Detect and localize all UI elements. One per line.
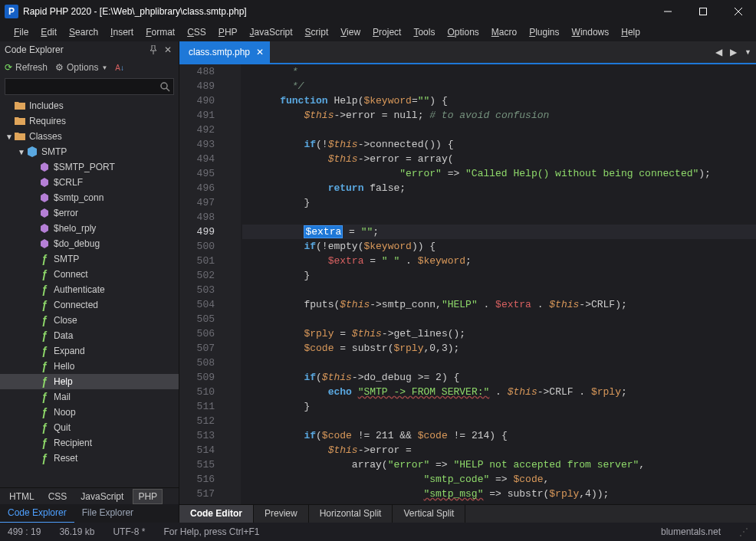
code-line[interactable]: $rply = $this->get_lines();: [242, 326, 756, 341]
code-line[interactable]: $this->error = null; # to avoid confusio…: [242, 108, 756, 123]
tree-row[interactable]: ƒConnected: [0, 297, 179, 313]
code-line[interactable]: */: [242, 79, 756, 93]
tree-row[interactable]: ƒHello: [0, 359, 179, 374]
code-line[interactable]: }: [242, 195, 756, 210]
resize-grip-icon[interactable]: ⋰: [739, 526, 748, 537]
code-line[interactable]: if($this->do_debug >= 2) {: [242, 370, 756, 385]
code-line[interactable]: [242, 210, 756, 225]
sort-button[interactable]: A↓: [115, 64, 124, 72]
tree-row[interactable]: $smtp_conn: [0, 190, 179, 205]
code-line[interactable]: if($code != 211 && $code != 214) {: [242, 428, 756, 443]
tree-row[interactable]: $SMTP_PORT: [0, 159, 179, 175]
code-editor[interactable]: 4884894904914924934944954964974984995005…: [179, 64, 756, 504]
menu-project[interactable]: Project: [366, 25, 407, 40]
code-line[interactable]: "error" => "Called Help() without being …: [242, 166, 756, 181]
menu-file[interactable]: File: [8, 25, 35, 40]
editor-tab-preview[interactable]: Preview: [254, 505, 309, 523]
tree-row[interactable]: $do_debug: [0, 236, 179, 251]
code-line[interactable]: $extra = "";: [242, 225, 756, 239]
code-line[interactable]: $code = substr($rply,0,3);: [242, 341, 756, 356]
pin-icon[interactable]: [150, 45, 162, 54]
code-line[interactable]: [242, 414, 756, 428]
lang-tab-html[interactable]: HTML: [5, 490, 39, 503]
code-line[interactable]: function Help($keyword="") {: [242, 93, 756, 108]
code-line[interactable]: *: [242, 64, 756, 79]
file-tab[interactable]: class.smtp.php ✕: [179, 41, 270, 63]
code-line[interactable]: $extra = " " . $keyword;: [242, 254, 756, 268]
menu-css[interactable]: CSS: [181, 25, 212, 40]
menu-insert[interactable]: Insert: [104, 25, 140, 40]
code-line[interactable]: [242, 123, 756, 137]
code-line[interactable]: }: [242, 399, 756, 414]
lang-tab-css[interactable]: CSS: [44, 490, 72, 503]
tree-row[interactable]: ƒQuit: [0, 420, 179, 435]
menu-javascript[interactable]: JavaScript: [244, 25, 299, 40]
menu-tools[interactable]: Tools: [407, 25, 441, 40]
tree-row[interactable]: ƒHelp: [0, 374, 179, 389]
code-line[interactable]: array("error" => "HELP not accepted from…: [242, 457, 756, 472]
tree-row[interactable]: ƒConnect: [0, 267, 179, 282]
code-line[interactable]: fputs($this->smtp_conn,"HELP" . $extra .…: [242, 297, 756, 312]
code-line[interactable]: return false;: [242, 181, 756, 195]
tab-menu-icon[interactable]: ▼: [744, 48, 751, 56]
search-icon[interactable]: [159, 81, 170, 92]
tab-file-explorer[interactable]: File Explorer: [74, 504, 141, 523]
editor-tab-code-editor[interactable]: Code Editor: [179, 505, 254, 523]
tree-row[interactable]: ƒReset: [0, 451, 179, 466]
tab-prev-icon[interactable]: ◀: [715, 47, 722, 57]
tree-row[interactable]: ƒExpand: [0, 343, 179, 359]
menu-view[interactable]: View: [334, 25, 366, 40]
editor-tab-horizontal-split[interactable]: Horizontal Split: [309, 505, 393, 523]
code-line[interactable]: }: [242, 268, 756, 283]
search-box[interactable]: [5, 78, 174, 95]
refresh-button[interactable]: ⟳ Refresh: [5, 62, 48, 73]
menu-edit[interactable]: Edit: [35, 25, 63, 40]
maximize-button[interactable]: [685, 0, 721, 23]
tree-row[interactable]: Requires: [0, 113, 179, 129]
lang-tab-javascript[interactable]: JavaScript: [76, 490, 128, 503]
panel-close-icon[interactable]: ✕: [162, 44, 174, 55]
menu-format[interactable]: Format: [140, 25, 181, 40]
tree-row[interactable]: ▼Classes: [0, 129, 179, 144]
code-line[interactable]: [242, 356, 756, 370]
tree-row[interactable]: $error: [0, 205, 179, 221]
menu-help[interactable]: Help: [615, 25, 646, 40]
tree-row[interactable]: Includes: [0, 98, 179, 113]
code-line[interactable]: if(!$this->connected()) {: [242, 137, 756, 152]
tree-row[interactable]: ƒSMTP: [0, 251, 179, 267]
search-input[interactable]: [8, 81, 159, 92]
code-line[interactable]: $this->error =: [242, 443, 756, 457]
menu-search[interactable]: Search: [63, 25, 104, 40]
menu-php[interactable]: PHP: [212, 25, 244, 40]
code-line[interactable]: [242, 312, 756, 326]
code-line[interactable]: "smtp_code" => $code,: [242, 472, 756, 487]
tree-row[interactable]: ƒMail: [0, 389, 179, 405]
tree-row[interactable]: $helo_rply: [0, 221, 179, 236]
menu-options[interactable]: Options: [441, 25, 485, 40]
code-line[interactable]: if(!empty($keyword)) {: [242, 239, 756, 254]
minimize-button[interactable]: [650, 0, 685, 23]
code-tree[interactable]: IncludesRequires▼Classes▼SMTP$SMTP_PORT$…: [0, 98, 179, 487]
tree-row[interactable]: ƒRecipient: [0, 435, 179, 451]
tree-row[interactable]: $CRLF: [0, 175, 179, 190]
close-button[interactable]: [721, 0, 756, 23]
menu-macro[interactable]: Macro: [485, 25, 523, 40]
menu-plugins[interactable]: Plugins: [523, 25, 565, 40]
tree-row[interactable]: ƒNoop: [0, 405, 179, 420]
code-line[interactable]: "smtp_msg" => substr($rply,4));: [242, 487, 756, 501]
file-tab-close-icon[interactable]: ✕: [256, 47, 264, 57]
lang-tab-php[interactable]: PHP: [133, 489, 163, 504]
tree-row[interactable]: ▼SMTP: [0, 144, 179, 159]
menu-script[interactable]: Script: [299, 25, 335, 40]
tree-row[interactable]: ƒAuthenticate: [0, 282, 179, 297]
code-line[interactable]: echo "SMTP -> FROM SERVER:" . $this->CRL…: [242, 385, 756, 399]
options-button[interactable]: ⚙ Options ▼: [55, 62, 107, 73]
code-line[interactable]: [242, 283, 756, 297]
menu-windows[interactable]: Windows: [566, 25, 616, 40]
code-content[interactable]: * */ function Help($keyword="") { $this-…: [241, 64, 756, 504]
editor-tab-vertical-split[interactable]: Vertical Split: [393, 505, 465, 523]
code-line[interactable]: $this->error = array(: [242, 152, 756, 166]
tree-row[interactable]: ƒData: [0, 328, 179, 343]
tree-row[interactable]: ƒClose: [0, 313, 179, 328]
tab-code-explorer[interactable]: Code Explorer: [0, 504, 74, 523]
